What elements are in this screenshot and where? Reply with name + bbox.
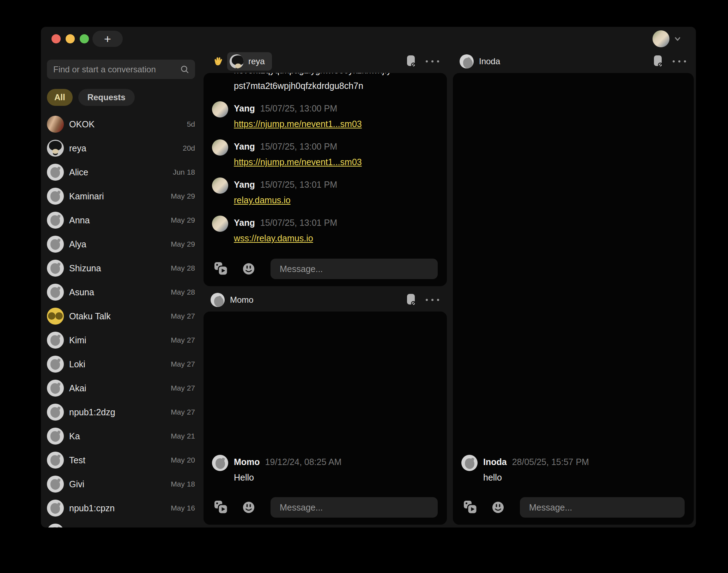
sender-name: Yang: [234, 139, 255, 154]
sidebar: All Requests OKOK 5d reya 20d Alice Jun …: [47, 60, 195, 527]
sender-name: Yang: [234, 215, 255, 230]
message-input[interactable]: [271, 259, 438, 279]
attach-media-icon[interactable]: [214, 262, 228, 276]
sender-avatar[interactable]: [212, 455, 228, 471]
message-list[interactable]: Inoda 28/05/25, 15:57 PM hello: [453, 73, 694, 495]
minimize-window-button[interactable]: [66, 34, 75, 43]
sender-avatar[interactable]: [212, 177, 228, 194]
list-item[interactable]: Asuna May 28: [47, 280, 195, 304]
list-item[interactable]: Givi May 18: [47, 472, 195, 496]
list-item[interactable]: Loki May 27: [47, 352, 195, 376]
filter-requests[interactable]: Requests: [78, 89, 135, 106]
token-line-clipped: nevent1qyqtmpag2lygnwfe66ykzkhwnjfy: [234, 73, 391, 75]
list-item[interactable]: npub1:cpzn May 16: [47, 496, 195, 520]
current-user-avatar[interactable]: [653, 30, 669, 47]
app-window: + All Requests OKOK 5d r: [41, 27, 696, 527]
filter-all[interactable]: All: [47, 89, 73, 106]
peer-name: Inoda: [479, 56, 500, 66]
sender-avatar[interactable]: [212, 101, 228, 117]
note-icon[interactable]: [653, 55, 663, 68]
avatar: [47, 380, 64, 397]
list-item[interactable]: Otaku Talk May 27: [47, 304, 195, 328]
emoji-picker-icon[interactable]: [242, 263, 255, 275]
message-link[interactable]: https://njump.me/nevent1...sm03: [234, 157, 362, 167]
conversation-date: May 28: [171, 288, 195, 296]
conversation-date: May 27: [171, 336, 195, 344]
list-item[interactable]: Ka May 21: [47, 424, 195, 448]
emoji-picker-icon[interactable]: [242, 501, 255, 514]
sender-name: Inoda: [483, 454, 507, 470]
conversation-date: May 18: [171, 480, 195, 488]
chat-panel-reya: nevent1qyqtmpag2lygnwfe66ykzkhwnjfy pst7…: [204, 73, 447, 286]
message-timestamp: 15/07/25, 13:00 PM: [260, 139, 337, 154]
chat-message: Yang 15/07/25, 13:00 PM https://njump.me…: [212, 139, 438, 170]
chat-message: Yang 15/07/25, 13:01 PM relay.damus.io: [212, 177, 438, 208]
message-input[interactable]: [520, 497, 685, 518]
conversation-name: Shizuna: [69, 263, 171, 273]
list-item[interactable]: Alya May 29: [47, 232, 195, 256]
more-options-icon[interactable]: [426, 60, 439, 62]
conversation-name: npub1:2dzg: [69, 407, 171, 417]
conversation-name: Akai: [69, 383, 171, 393]
conversation-date: May 27: [171, 360, 195, 368]
message-link[interactable]: https://njump.me/nevent1...sm03: [234, 119, 362, 129]
list-item[interactable]: Test May 20: [47, 448, 195, 472]
message-list[interactable]: nevent1qyqtmpag2lygnwfe66ykzkhwnjfy pst7…: [204, 73, 447, 257]
conversation-name: Loki: [69, 359, 171, 369]
list-item[interactable]: npub1:2dzg May 27: [47, 400, 195, 424]
sender-avatar[interactable]: [212, 216, 228, 232]
chat-peer-chip[interactable]: Momo: [211, 293, 254, 307]
list-item[interactable]: reya 20d: [47, 136, 195, 160]
list-item[interactable]: OKOK 5d: [47, 112, 195, 136]
account-menu[interactable]: [653, 30, 682, 47]
avatar: [47, 236, 64, 253]
wave-hand-icon[interactable]: [213, 56, 223, 67]
avatar: [47, 116, 64, 133]
message-input[interactable]: [271, 497, 438, 518]
attach-media-icon[interactable]: [214, 500, 228, 514]
emoji-picker-icon[interactable]: [492, 501, 504, 514]
message-text: Hello: [234, 470, 438, 485]
conversation-name: reya: [69, 143, 183, 153]
list-item[interactable]: Anna May 29: [47, 208, 195, 232]
search-box[interactable]: [47, 60, 195, 79]
list-item[interactable]: Shizuna May 28: [47, 256, 195, 280]
peer-avatar: [460, 54, 474, 68]
chat-message: Yang 15/07/25, 13:01 PM wss://relay.damu…: [212, 215, 438, 246]
list-item[interactable]: Kaminari May 29: [47, 184, 195, 208]
attach-media-icon[interactable]: [463, 500, 478, 514]
list-item[interactable]: Kimi May 27: [47, 328, 195, 352]
message-list[interactable]: Momo 19/12/24, 08:25 AM Hello: [204, 312, 447, 495]
conversation-name: Alya: [69, 239, 171, 249]
peer-avatar: [230, 54, 244, 68]
note-icon[interactable]: [406, 293, 417, 307]
sender-avatar[interactable]: [461, 455, 478, 471]
avatar: [47, 452, 64, 469]
avatar: [47, 428, 64, 445]
conversation-date: May 29: [171, 240, 195, 248]
conversation-date: May 27: [171, 384, 195, 392]
avatar: [47, 356, 64, 373]
conversation-name: Kaminari: [69, 191, 171, 201]
chat-peer-chip[interactable]: Inoda: [460, 54, 500, 68]
conversation-date: May 28: [171, 264, 195, 272]
more-options-icon[interactable]: [673, 60, 686, 62]
chevron-down-icon[interactable]: [673, 34, 682, 43]
new-chat-button[interactable]: +: [92, 31, 123, 47]
avatar: [47, 332, 64, 349]
note-icon[interactable]: [406, 55, 417, 68]
message-link[interactable]: relay.damus.io: [234, 195, 291, 205]
close-window-button[interactable]: [51, 34, 61, 43]
peer-name: Momo: [230, 295, 254, 305]
list-item[interactable]: Alice Jun 18: [47, 160, 195, 184]
search-input[interactable]: [53, 65, 180, 74]
peer-name: reya: [248, 56, 265, 66]
sender-avatar[interactable]: [212, 139, 228, 156]
message-link[interactable]: wss://relay.damus.io: [234, 233, 313, 243]
conversation-name: Asuna: [69, 287, 171, 297]
zoom-window-button[interactable]: [80, 34, 89, 43]
chat-peer-chip[interactable]: reya: [227, 52, 272, 71]
more-options-icon[interactable]: [426, 299, 439, 301]
list-item-partial[interactable]: [47, 520, 195, 527]
list-item[interactable]: Akai May 27: [47, 376, 195, 400]
